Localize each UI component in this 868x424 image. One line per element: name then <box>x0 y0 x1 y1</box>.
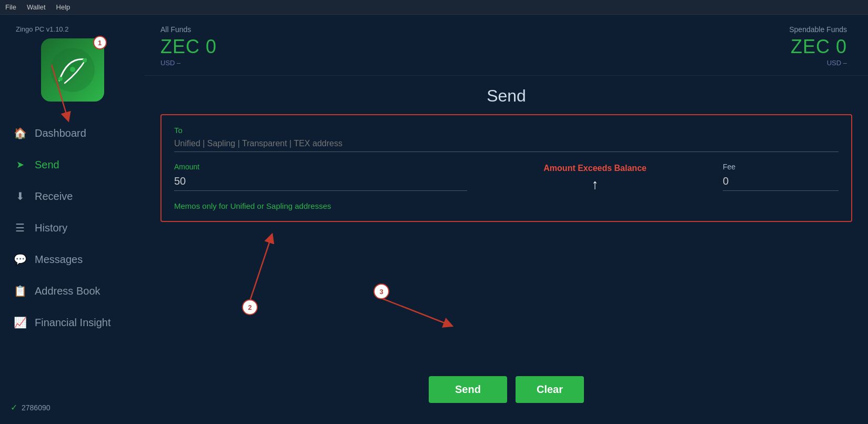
spendable-funds-amount: ZEC 0 <box>789 36 847 58</box>
annotations-container: 2 3 <box>160 222 852 360</box>
sidebar-item-messages[interactable]: 💬 Messages <box>0 244 145 275</box>
svg-point-9 <box>374 284 389 299</box>
svg-text:3: 3 <box>379 288 383 296</box>
app-version-label: Zingo PC v1.10.2 <box>11 25 68 33</box>
sidebar-item-send-label: Send <box>35 159 59 171</box>
main-content: All Funds ZEC 0 USD – Spendable Funds ZE… <box>145 15 868 424</box>
history-icon: ☰ <box>13 220 27 235</box>
messages-icon: 💬 <box>13 252 27 267</box>
all-funds-usd: USD – <box>160 59 217 67</box>
logo-container: 1 <box>41 38 104 102</box>
sidebar-logo-area: Zingo PC v1.10.2 1 <box>0 15 145 112</box>
annotation-circle-1: 1 <box>93 36 107 49</box>
sidebar-item-financialinsight-label: Financial Insight <box>35 317 111 329</box>
svg-point-1 <box>70 67 75 72</box>
menu-help[interactable]: Help <box>56 3 70 11</box>
all-funds-amount: ZEC 0 <box>160 36 217 58</box>
sidebar-item-addressbook-label: Address Book <box>35 285 100 297</box>
address-input[interactable] <box>174 139 839 148</box>
amount-row: Amount Amount Exceeds Balance ↑ Fee <box>174 163 839 191</box>
svg-point-6 <box>243 300 257 315</box>
amount-col: Amount <box>174 163 467 191</box>
receive-icon: ⬇ <box>13 189 27 204</box>
spendable-funds-usd: USD – <box>789 59 847 67</box>
block-height: 2786090 <box>22 403 51 412</box>
app-logo <box>41 38 104 102</box>
sidebar-nav: 🏠 Dashboard ➤ Send ⬇ Receive ☰ History 💬… <box>0 112 145 396</box>
sidebar-item-receive[interactable]: ⬇ Receive <box>0 180 145 212</box>
header-bar: All Funds ZEC 0 USD – Spendable Funds ZE… <box>145 15 868 76</box>
logo-svg <box>49 46 96 94</box>
sidebar-footer: ✓ 2786090 <box>0 396 145 419</box>
amount-input-row <box>174 175 467 191</box>
sidebar: Zingo PC v1.10.2 1 <box>0 15 145 424</box>
send-icon: ➤ <box>13 157 27 172</box>
svg-point-2 <box>58 77 63 81</box>
all-funds-block: All Funds ZEC 0 USD – <box>160 25 217 67</box>
sidebar-item-receive-label: Receive <box>35 190 73 203</box>
to-label: To <box>174 126 839 135</box>
addressbook-icon: 📋 <box>13 284 27 298</box>
svg-point-3 <box>83 58 87 63</box>
send-button[interactable]: Send <box>429 376 507 403</box>
home-icon: 🏠 <box>13 126 27 140</box>
svg-line-8 <box>381 298 449 325</box>
send-form-box: To Amount Amount Exceeds Balance ↑ <box>160 114 852 222</box>
exceeds-col: Amount Exceeds Balance ↑ <box>478 163 712 191</box>
sidebar-item-dashboard-label: Dashboard <box>35 127 86 139</box>
memo-note: Memos only for Unified or Sapling addres… <box>174 201 839 210</box>
sidebar-item-addressbook[interactable]: 📋 Address Book <box>0 275 145 307</box>
svg-text:2: 2 <box>248 304 251 311</box>
clear-button[interactable]: Clear <box>516 376 584 403</box>
menu-file[interactable]: File <box>5 3 16 11</box>
sidebar-item-history[interactable]: ☰ History <box>0 212 145 244</box>
exceeds-balance-label: Amount Exceeds Balance <box>543 164 647 173</box>
app-layout: Zingo PC v1.10.2 1 <box>0 15 868 424</box>
spendable-funds-label: Spendable Funds <box>789 25 847 34</box>
spendable-funds-block: Spendable Funds ZEC 0 USD – <box>789 25 847 67</box>
send-panel: Send To Amount Amount Exceeds Balance <box>145 76 868 424</box>
amount-input[interactable] <box>174 175 467 187</box>
address-input-row <box>174 139 839 152</box>
amount-label: Amount <box>174 163 467 171</box>
menubar: File Wallet Help <box>0 0 868 15</box>
sidebar-item-financialinsight[interactable]: 📈 Financial Insight <box>0 307 145 338</box>
sidebar-item-send[interactable]: ➤ Send <box>0 149 145 180</box>
fee-input[interactable] <box>723 175 839 187</box>
fee-input-row <box>723 175 839 191</box>
fee-label: Fee <box>723 163 839 171</box>
sidebar-item-messages-label: Messages <box>35 254 83 266</box>
sidebar-item-history-label: History <box>35 222 67 234</box>
send-title: Send <box>160 86 852 106</box>
annotations-svg: 2 3 <box>160 222 852 354</box>
fee-col: Fee <box>723 163 839 191</box>
sidebar-item-dashboard[interactable]: 🏠 Dashboard <box>0 117 145 149</box>
all-funds-label: All Funds <box>160 25 217 34</box>
buttons-area: Send Clear <box>160 360 852 413</box>
menu-wallet[interactable]: Wallet <box>27 3 46 11</box>
sync-checkmark: ✓ <box>11 402 17 412</box>
svg-line-5 <box>250 238 271 301</box>
financialinsight-icon: 📈 <box>13 315 27 330</box>
arrow-up-icon: ↑ <box>592 177 599 191</box>
